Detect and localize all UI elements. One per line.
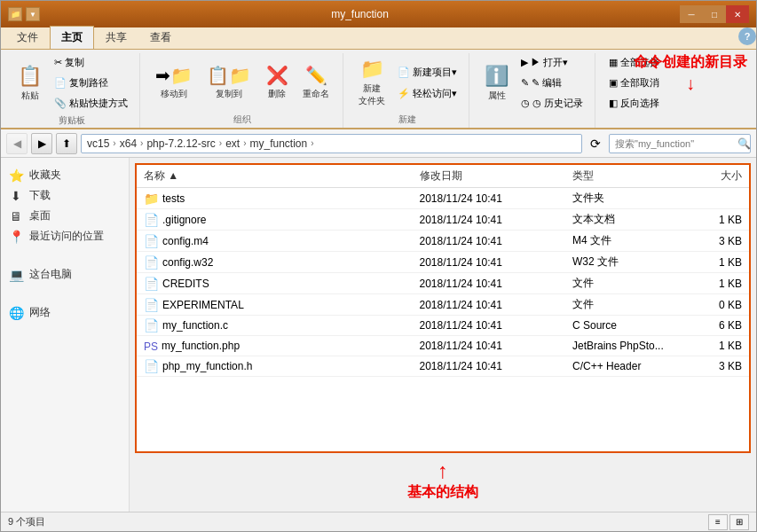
sidebar-item-desktop[interactable]: 🖥 桌面 (1, 206, 129, 226)
file-type-cell: 文件 (565, 273, 675, 294)
organize-buttons: ➡📁 移动到 📋📁 复制到 ❌ 删除 ✏️ 重命名 (149, 53, 335, 112)
file-table: 名称 ▲ 修改日期 类型 大小 📁 tests (137, 165, 749, 377)
easy-access-button[interactable]: ⚡ 轻松访问▾ (393, 84, 461, 103)
tab-share[interactable]: 共享 (94, 26, 138, 49)
ribbon-annotation-text: 命令创建的新目录 (634, 53, 747, 72)
view-details-button[interactable]: ≡ (708, 514, 728, 530)
new-item-button[interactable]: 📄 新建项目▾ (393, 63, 461, 82)
table-row[interactable]: 📄 CREDITS 2018/11/24 10:41 文件 1 KB (137, 273, 749, 294)
forward-button[interactable]: ▶ (31, 133, 52, 154)
rename-button[interactable]: ✏️ 重命名 (296, 60, 335, 105)
column-date[interactable]: 修改日期 (413, 165, 566, 188)
new-label: 新建 (398, 112, 416, 126)
minimize-button[interactable]: ─ (680, 5, 703, 23)
file-size-cell: 1 KB (675, 209, 749, 231)
help-button[interactable]: ? (738, 27, 756, 45)
file-type-cell: C Source (565, 316, 675, 336)
properties-button[interactable]: ℹ️ 属性 (478, 60, 515, 106)
file-name-cell: 📄 php_my_function.h (137, 356, 413, 377)
bottom-annotation-text: 基本的结构 (407, 483, 478, 502)
table-row[interactable]: 📄 php_my_function.h 2018/11/24 10:41 C/C… (137, 356, 749, 377)
file-name: php_my_function.h (162, 360, 252, 372)
file-area: 名称 ▲ 修改日期 类型 大小 📁 tests (130, 158, 756, 512)
file-name: tests (162, 192, 185, 205)
move-to-button[interactable]: ➡📁 移动到 (149, 60, 199, 105)
sidebar-network: 🌐 网络 (1, 302, 129, 323)
close-button[interactable]: ✕ (726, 5, 749, 23)
open-button[interactable]: ▶ ▶ 打开▾ (516, 53, 587, 72)
search-input[interactable] (615, 138, 737, 149)
maximize-button[interactable]: □ (703, 5, 726, 23)
bottom-annotation-area: ↑ 基本的结构 (135, 453, 751, 506)
copy-path-button[interactable]: 📄 复制路径 (50, 74, 132, 92)
up-button[interactable]: ⬆ (56, 133, 77, 154)
open-icon: ▶ (521, 57, 528, 68)
file-icon: 📄 (144, 213, 159, 227)
cut-button[interactable]: ✂ 复制 (50, 53, 132, 72)
file-date-cell: 2018/11/24 10:41 (413, 231, 566, 252)
file-size-cell: 1 KB (675, 273, 749, 294)
table-row[interactable]: 📄 .gitignore 2018/11/24 10:41 文本文档 1 KB (137, 209, 749, 231)
rename-icon: ✏️ (305, 65, 327, 86)
new-folder-button[interactable]: 📁 新建 文件夹 (352, 53, 391, 112)
column-name[interactable]: 名称 ▲ (137, 165, 413, 188)
file-icon: 📄 (144, 318, 159, 332)
path-segment-4: ext (225, 137, 240, 150)
tab-home[interactable]: 主页 (50, 26, 94, 49)
bottom-annotation-container: ↑ 基本的结构 (407, 458, 478, 502)
path-arrow-4: › (243, 138, 246, 148)
refresh-button[interactable]: ⟳ (586, 134, 605, 153)
file-icon: PS (144, 339, 158, 353)
view-tiles-button[interactable]: ⊞ (729, 514, 749, 530)
file-icon: 📁 (144, 192, 159, 206)
sidebar-computer: 💻 这台电脑 (1, 264, 129, 285)
address-path[interactable]: vc15 › x64 › php-7.2.12-src › ext › my_f… (81, 134, 582, 153)
tab-file[interactable]: 文件 (5, 26, 50, 49)
table-row[interactable]: 📄 config.m4 2018/11/24 10:41 M4 文件 3 KB (137, 231, 749, 252)
table-row[interactable]: 📄 EXPERIMENTAL 2018/11/24 10:41 文件 0 KB (137, 294, 749, 316)
invert-selection-button[interactable]: ◧ 反向选择 (604, 94, 664, 113)
sidebar-item-favorites[interactable]: ⭐ 收藏夹 (1, 165, 129, 185)
ribbon-group-clipboard: 📋 粘贴 ✂ 复制 📄 复制路径 📎 粘贴快捷方式 (4, 53, 140, 128)
paste-shortcut-button[interactable]: 📎 粘贴快捷方式 (50, 94, 132, 113)
search-box[interactable]: 🔍 (609, 134, 751, 153)
file-type-cell: 文件夹 (565, 188, 675, 209)
app-icon2: ▼ (26, 7, 40, 21)
paste-button[interactable]: 📋 粘贴 (12, 60, 48, 106)
path-arrow-3: › (219, 138, 222, 148)
table-row[interactable]: PS my_function.php 2018/11/24 10:41 JetB… (137, 336, 749, 356)
file-name-cell: PS my_function.php (137, 336, 413, 356)
file-name-cell: 📄 CREDITS (137, 273, 413, 294)
file-icon: 📄 (144, 359, 159, 373)
file-date-cell: 2018/11/24 10:41 (413, 252, 566, 273)
file-type-cell: 文件 (565, 294, 675, 316)
path-segment-5: my_function (249, 137, 307, 150)
copy-to-button[interactable]: 📋📁 复制到 (201, 60, 257, 105)
download-icon: ⬇ (8, 189, 24, 203)
open-small-buttons: ▶ ▶ 打开▾ ✎ ✎ 编辑 ◷ ◷ 历史记录 (516, 53, 587, 113)
sidebar: ⭐ 收藏夹 ⬇ 下载 🖥 桌面 📍 最近访问的位置 (1, 158, 130, 512)
history-button[interactable]: ◷ ◷ 历史记录 (516, 94, 587, 113)
file-type-cell: 文本文档 (565, 209, 675, 231)
sidebar-item-downloads[interactable]: ⬇ 下载 (1, 185, 129, 206)
table-row[interactable]: 📄 config.w32 2018/11/24 10:41 W32 文件 1 K… (137, 252, 749, 273)
window-title: my_function (40, 8, 680, 20)
edit-button[interactable]: ✎ ✎ 编辑 (516, 74, 587, 92)
file-icon: 📄 (144, 234, 159, 248)
paste-icon: 📋 (18, 65, 42, 88)
open-buttons: ℹ️ 属性 ▶ ▶ 打开▾ ✎ ✎ 编辑 ◷ ◷ 历史记录 (478, 53, 587, 113)
sidebar-item-network[interactable]: 🌐 网络 (1, 302, 129, 323)
delete-button[interactable]: ❌ 删除 (259, 60, 295, 105)
column-type[interactable]: 类型 (565, 165, 675, 188)
back-button[interactable]: ◀ (6, 133, 28, 154)
sidebar-item-recent[interactable]: 📍 最近访问的位置 (1, 226, 129, 246)
column-size[interactable]: 大小 (675, 165, 749, 188)
table-row[interactable]: 📄 my_function.c 2018/11/24 10:41 C Sourc… (137, 316, 749, 336)
ribbon-group-organize: ➡📁 移动到 📋📁 复制到 ❌ 删除 ✏️ 重命名 组织 (142, 53, 343, 128)
status-bar: 9 个项目 ≡ ⊞ (1, 512, 756, 531)
new-buttons: 📁 新建 文件夹 📄 新建项目▾ ⚡ 轻松访问▾ (352, 53, 461, 112)
path-arrow-2: › (140, 138, 143, 148)
sidebar-item-computer[interactable]: 💻 这台电脑 (1, 264, 129, 285)
table-row[interactable]: 📁 tests 2018/11/24 10:41 文件夹 (137, 188, 749, 209)
tab-view[interactable]: 查看 (138, 26, 183, 49)
